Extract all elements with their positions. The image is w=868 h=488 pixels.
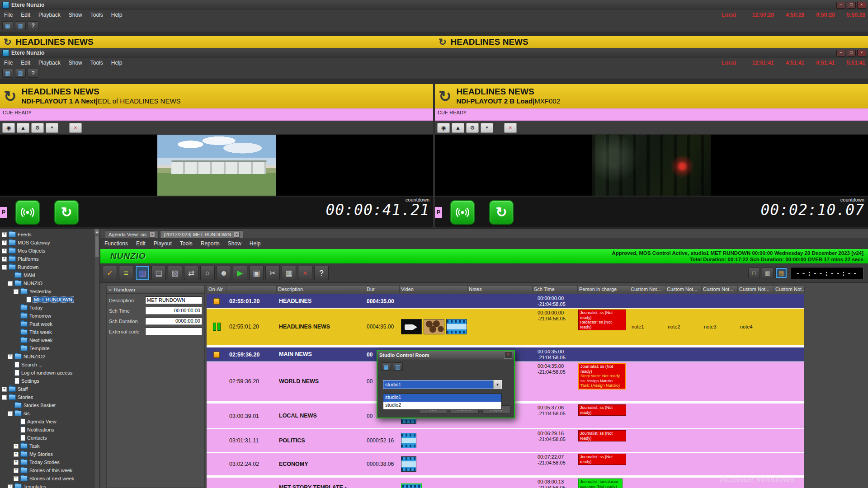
onair-button[interactable] <box>450 200 475 225</box>
recue-button[interactable]: ↻ <box>54 200 79 225</box>
preview-monitor-icon[interactable]: ▦ <box>381 362 391 371</box>
tree-expander-icon[interactable]: + <box>2 232 7 237</box>
menu-item-help[interactable]: Help <box>107 10 127 19</box>
sidebar-scrollbar[interactable]: ▲ <box>94 229 99 488</box>
search-icon[interactable]: ○ <box>200 266 215 280</box>
sidebar-item-my-stories[interactable]: +My Stories <box>0 450 99 458</box>
play-icon[interactable]: ▶ <box>233 266 247 280</box>
column-header-custom-not[interactable]: Custom Not... <box>738 286 774 293</box>
grid-icon[interactable]: ▦ <box>2 69 13 78</box>
column-header-sch-time[interactable]: Sch Time <box>533 286 578 293</box>
menu-item-show[interactable]: Show <box>224 239 245 248</box>
rundown-group-row[interactable]: 02:55:01.20HEADLINES0004:35.0000:00:00.0… <box>207 294 804 308</box>
sidebar-item-rundown[interactable]: -Rundown <box>0 263 99 271</box>
panel-header[interactable]: » Rundown <box>107 286 204 294</box>
tree-expander-icon[interactable]: + <box>2 387 7 392</box>
tree-expander-icon[interactable]: + <box>14 460 19 465</box>
column-header-custom-not[interactable]: Custom Not... <box>629 286 665 293</box>
sidebar-item-mos-gateway[interactable]: +MOS Gateway <box>0 239 99 247</box>
column-header-person-in-charge[interactable]: Person in charge <box>578 286 629 293</box>
column-header-description[interactable]: Description <box>277 286 365 293</box>
menu-item-tools[interactable]: Tools <box>86 10 107 19</box>
tab-20-12-2023-met-rundown[interactable]: [20/12/2023] MET RUNDOWN× <box>160 230 243 238</box>
layout-split-icon[interactable]: ▥ <box>762 267 774 278</box>
approve-icon[interactable]: ✓ <box>103 266 117 280</box>
sidebar-item-task[interactable]: +Task <box>0 442 99 450</box>
studio-select[interactable]: studio1 ▼ <box>383 380 502 389</box>
window1-titlebar[interactable]: Etere Nunzio – □ × <box>0 0 868 10</box>
menu-item-help[interactable]: Help <box>245 239 265 248</box>
menu-item-functions[interactable]: Functions <box>100 239 132 248</box>
tree-expander-icon[interactable]: + <box>14 444 19 449</box>
rundown-list-icon[interactable]: ≡ <box>119 266 133 280</box>
column-header-notes[interactable]: Notes <box>467 286 533 293</box>
tree-expander-icon[interactable]: - <box>2 265 7 270</box>
preview-icon[interactable]: ◉ <box>437 123 450 133</box>
tree-expander-icon[interactable]: - <box>14 289 19 294</box>
sidebar-item-past-week[interactable]: Past week <box>0 320 99 328</box>
scrollbar-thumb[interactable] <box>95 235 99 257</box>
contacts-icon[interactable]: ☻ <box>217 266 231 280</box>
paste-icon[interactable]: ▦ <box>282 266 296 280</box>
menu-item-tools[interactable]: Tools <box>86 58 107 67</box>
menu-item-playout[interactable]: Playout <box>150 239 176 248</box>
maximize-icon[interactable]: □ <box>847 2 856 9</box>
tree-expander-icon[interactable]: + <box>8 484 13 488</box>
onair-button[interactable] <box>15 200 40 225</box>
grid-icon[interactable]: ▦ <box>2 21 13 30</box>
menu-item-edit[interactable]: Edit <box>17 58 34 67</box>
close-icon[interactable]: × <box>504 352 512 359</box>
sidebar-item-stories-of-next-week[interactable]: +Stories of next week <box>0 474 99 483</box>
mute-icon[interactable]: × <box>69 123 82 133</box>
tab-agenda-view-sis[interactable]: Agenda View: sis× <box>105 230 159 238</box>
menu-item-show[interactable]: Show <box>65 10 86 19</box>
program-monitor-icon[interactable]: ▥ <box>393 362 403 371</box>
deck-tab[interactable]: P <box>435 207 442 218</box>
sidebar-item-notifications[interactable]: Notifications <box>0 426 99 434</box>
layout-icon[interactable]: ▥ <box>15 69 26 78</box>
script-icon[interactable]: ▧ <box>168 266 182 280</box>
sidebar-item-contacts[interactable]: Contacts <box>0 434 99 442</box>
sidebar-item-tomorrow[interactable]: Tomorrow <box>0 312 99 320</box>
sidebar-item-nunzio2[interactable]: +NUNZIO2 <box>0 352 99 361</box>
column-header-item[interactable] <box>227 286 277 293</box>
eject-icon[interactable]: ▲ <box>17 123 29 133</box>
rundown-story-row[interactable]: 03:01:31.11POLITICS0000:52.1600:06:29.16… <box>207 429 804 452</box>
layout-single-icon[interactable]: □ <box>748 267 760 278</box>
dialog-titlebar[interactable]: Studio Control Room × <box>377 351 514 360</box>
sidebar-item-today-stories[interactable]: +Today Stories <box>0 458 99 466</box>
deck-tab[interactable]: P <box>0 207 7 218</box>
template-icon[interactable]: ▤ <box>151 266 166 280</box>
settings-icon[interactable]: ⚙ <box>31 123 44 133</box>
sidebar-item-mos-objects[interactable]: +Mos Objects <box>0 247 99 255</box>
sidebar-item-feeds[interactable]: +Feeds <box>0 230 99 239</box>
tree-expander-icon[interactable]: + <box>8 354 13 359</box>
window2-titlebar[interactable]: Etere Nunzio – □ × <box>0 48 868 58</box>
eject-icon[interactable]: ▲ <box>452 123 464 133</box>
delete-icon[interactable]: × <box>298 266 312 280</box>
tree-expander-icon[interactable]: - <box>2 395 7 400</box>
close-icon[interactable]: × <box>857 2 866 9</box>
column-header-on-air[interactable]: On-Air <box>207 286 227 293</box>
sch-duration-field[interactable]: 0000:00.00 <box>145 317 202 325</box>
close-icon[interactable]: × <box>857 50 866 56</box>
cut-icon[interactable]: ✂ <box>265 266 280 280</box>
sidebar-item-today[interactable]: Today <box>0 304 99 312</box>
sidebar-item-stories-of-this-week[interactable]: +Stories of this week <box>0 466 99 474</box>
menu-item-tools[interactable]: Tools <box>176 239 197 248</box>
settings-caret-icon[interactable]: ▼ <box>481 123 493 133</box>
sidebar-item-templates[interactable]: +Templates <box>0 483 99 488</box>
sch-time-field[interactable]: 00:00:00.00 <box>145 307 202 314</box>
menu-item-reports[interactable]: Reports <box>197 239 224 248</box>
menu-item-playback[interactable]: Playback <box>34 58 65 67</box>
mos-control-icon[interactable]: ▥ <box>135 266 150 280</box>
close-icon[interactable]: × <box>234 232 240 238</box>
mute-icon[interactable]: × <box>504 123 517 133</box>
sidebar-item-this-week[interactable]: This week <box>0 328 99 336</box>
tree-expander-icon[interactable]: + <box>14 452 19 457</box>
sidebar-item-sis[interactable]: -sis <box>0 409 99 418</box>
menu-item-edit[interactable]: Edit <box>17 10 34 19</box>
scroll-up-icon[interactable]: ▲ <box>94 229 99 235</box>
sidebar-item-met-rundown[interactable]: MET RUNDOWN <box>0 296 99 304</box>
help-pointer-icon[interactable]: ? <box>28 69 38 78</box>
